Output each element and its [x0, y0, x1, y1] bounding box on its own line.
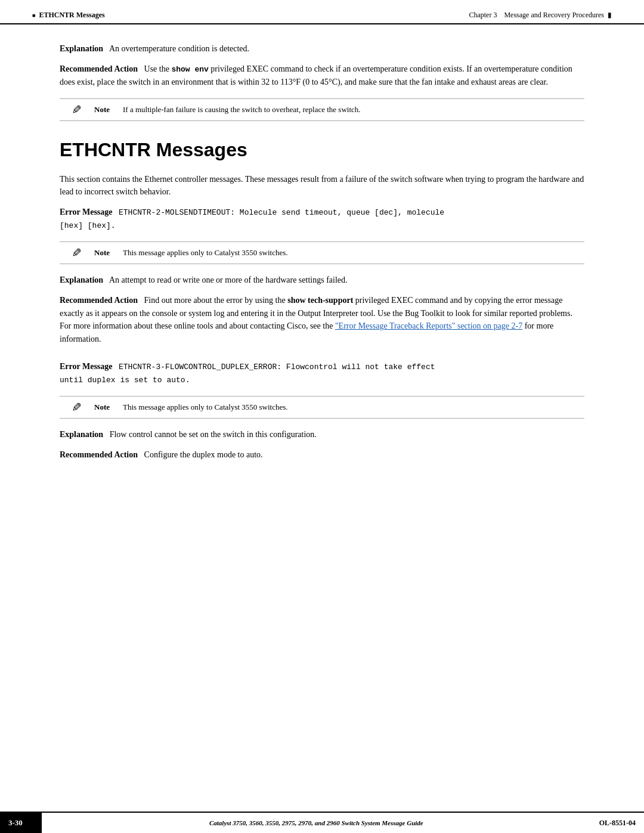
explanation-label-1: Explanation — [60, 275, 103, 284]
footer-center-text: Catalyst 3750, 3560, 3550, 2975, 2970, a… — [42, 813, 591, 833]
page-footer: 3-30 Catalyst 3750, 3560, 3550, 2975, 29… — [0, 812, 644, 833]
note-content-1: Note This message applies only to Cataly… — [94, 247, 288, 258]
note-text-2: This message applies only to Catalyst 35… — [123, 401, 288, 412]
main-content: Explanation An overtemperature condition… — [0, 24, 644, 516]
rec-action-label-1: Recommended Action — [60, 296, 138, 305]
rec-action-label: Recommended Action — [60, 64, 138, 73]
error-message-1: Error Message ETHCNTR-2-MOLSENDTIMEOUT: … — [60, 206, 584, 346]
explanation-1: Explanation An attempt to read or write … — [60, 274, 584, 287]
explanation-2: Explanation Flow control cannot be set o… — [60, 428, 584, 441]
error-msg-1-header: Error Message ETHCNTR-2-MOLSENDTIMEOUT: … — [60, 206, 584, 232]
page-number: 3-30 — [0, 813, 42, 833]
explanation-label: Explanation — [60, 44, 103, 53]
pencil-icon-1: ✎ — [72, 247, 82, 259]
rec-action-1: Recommended Action Find out more about t… — [60, 294, 584, 346]
rec-action-intro: Use the — [144, 64, 172, 73]
pre-note-box: ✎ Note If a multiple-fan failure is caus… — [60, 98, 584, 121]
ethcntr-heading: ETHCNTR Messages — [60, 139, 584, 161]
rec-action-cmd-1: show tech-support — [287, 296, 353, 305]
header-section-title: ETHCNTR Messages — [39, 11, 104, 20]
pre-section: Explanation An overtemperature condition… — [60, 42, 584, 121]
explanation-label-2: Explanation — [60, 430, 103, 439]
note-label-2: Note — [94, 401, 118, 412]
note-content-2: Note This message applies only to Cataly… — [94, 401, 288, 412]
rec-action-link-1[interactable]: "Error Message Traceback Reports" sectio… — [335, 321, 522, 330]
note-box-2: ✎ Note This message applies only to Cata… — [60, 396, 584, 419]
error-label-1: Error Message — [60, 208, 113, 216]
rec-action-cmd: show env — [171, 65, 208, 74]
pencil-icon: ✎ — [72, 104, 82, 116]
pre-explanation: Explanation An overtemperature condition… — [60, 42, 584, 55]
explanation-text-2: Flow control cannot be set on the switch… — [110, 430, 317, 439]
note-label-1: Note — [94, 247, 118, 258]
note-box-1: ✎ Note This message applies only to Cata… — [60, 241, 584, 264]
rec-action-2: Recommended Action Configure the duplex … — [60, 448, 584, 462]
ethcntr-intro: This section contains the Ethernet contr… — [60, 173, 584, 199]
note-label: Note — [94, 104, 118, 114]
pencil-icon-2: ✎ — [72, 401, 82, 413]
header-chapter-num: Chapter 3 — [469, 11, 497, 19]
footer-doc-id: OL-8551-04 — [591, 813, 644, 833]
note-icon: ✎ — [66, 104, 87, 116]
page-header: ETHCNTR Messages Chapter 3 Message and R… — [0, 0, 644, 24]
note-text: If a multiple-fan failure is causing the… — [123, 104, 361, 114]
rec-action-text-2: Configure the duplex mode to auto. — [144, 450, 263, 459]
header-chapter-title: Message and Recovery Procedures — [504, 11, 604, 19]
error-code-1: ETHCNTR-2-MOLSENDTIMEOUT: Molecule send … — [60, 208, 444, 230]
rec-action-text-1a: Find out more about the error by using t… — [144, 296, 288, 305]
note-icon-2: ✎ — [66, 401, 87, 413]
explanation-text: An overtemperature condition is detected… — [109, 44, 249, 53]
pre-rec-action: Recommended Action Use the show env priv… — [60, 63, 584, 89]
explanation-text-1: An attempt to read or write one or more … — [109, 275, 348, 284]
error-code-2: ETHCNTR-3-FLOWCONTROL_DUPLEX_ERROR: Flow… — [60, 363, 435, 385]
rec-action-label-2: Recommended Action — [60, 450, 138, 459]
note-icon-1: ✎ — [66, 247, 87, 259]
header-chapter-info: Chapter 3 Message and Recovery Procedure… — [469, 11, 612, 20]
note-text-1: This message applies only to Catalyst 35… — [123, 247, 288, 258]
header-section-label: ETHCNTR Messages — [32, 11, 105, 20]
error-label-2: Error Message — [60, 362, 113, 371]
error-msg-2-header: Error Message ETHCNTR-3-FLOWCONTROL_DUPL… — [60, 360, 584, 386]
error-message-2: Error Message ETHCNTR-3-FLOWCONTROL_DUPL… — [60, 360, 584, 462]
note-content: Note If a multiple-fan failure is causin… — [94, 104, 361, 114]
